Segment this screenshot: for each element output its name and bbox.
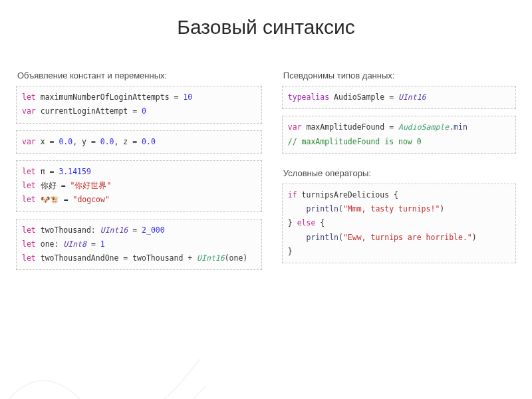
op: = (128, 225, 142, 235)
type: UInt8 (63, 239, 86, 249)
kw-var: var (22, 106, 36, 116)
string: "dogcow" (72, 195, 109, 204)
string: "Eww, turnips are horrible." (343, 233, 472, 242)
kw-let: let (22, 167, 36, 176)
code-box-conditionals: if turnipsAreDelicious { println("Mmm, t… (282, 184, 516, 263)
ident: 你好 = (36, 181, 70, 190)
fn: println (307, 204, 338, 213)
member: .min (449, 122, 467, 132)
fn: println (307, 233, 338, 242)
code-box-typealias-2: var maxAmplitudeFound = AudioSample.min … (282, 116, 516, 154)
content-columns: Объявление констант и переменных: let ma… (0, 68, 532, 277)
paren: ( (338, 233, 343, 242)
ident: maxAmplitudeFound = (302, 122, 398, 132)
ident: currentLoginAttempt (41, 106, 128, 116)
paren: ) (440, 204, 444, 213)
string: "Mmm, tasty turnips!" (343, 204, 440, 213)
op: = (170, 92, 184, 102)
heading-conditionals: Условные операторы: (283, 168, 516, 178)
column-left: Объявление констант и переменных: let ma… (16, 68, 262, 277)
code-box-declarations-3: let π = 3.14159 let 你好 = "你好世界" let 🐶🐮 =… (16, 160, 262, 212)
ident: 🐶🐮 = (36, 195, 73, 204)
ident: one: (36, 239, 64, 249)
type: UInt16 (100, 225, 128, 235)
number: 0.0 (59, 137, 72, 146)
call: (one) (225, 253, 248, 263)
kw-var: var (22, 137, 36, 146)
number: 0 (142, 106, 146, 116)
brace: } (288, 218, 297, 227)
kw-let: let (22, 195, 36, 204)
code-box-declarations-2: var x = 0.0, y = 0.0, z = 0.0 (16, 130, 262, 154)
code-box-declarations-4: let twoThousand: UInt16 = 2_000 let one:… (16, 219, 262, 271)
heading-declarations: Объявление констант и переменных: (17, 70, 262, 80)
kw-typealias: typealias (288, 92, 329, 102)
number: 0.0 (142, 137, 156, 146)
ident: twoThousand: (36, 225, 100, 235)
background-flourish (0, 279, 213, 399)
op: = (128, 106, 142, 116)
ident: maximumNumberOfLoginAttempts (41, 92, 170, 102)
ident: π = (36, 167, 59, 176)
ident: twoThousandAndOne = twoThousand + (36, 253, 197, 263)
number: 10 (183, 92, 192, 102)
type: AudioSample (398, 122, 449, 132)
column-right: Псевдонимы типов данных: typealias Audio… (282, 68, 516, 277)
kw-let: let (22, 253, 36, 263)
ident: , y = (72, 137, 100, 146)
kw-else: else (297, 218, 316, 227)
kw-if: if (288, 190, 297, 200)
paren: ( (338, 204, 343, 213)
code-box-declarations-1: let maximumNumberOfLoginAttempts = 10 va… (16, 86, 262, 124)
type: UInt16 (398, 92, 426, 102)
paren: ) (472, 233, 477, 242)
op: = (86, 239, 100, 249)
brace: { (315, 218, 325, 227)
ident: x = (36, 137, 59, 146)
kw-let: let (22, 239, 36, 249)
number: 1 (100, 239, 105, 249)
page-title: Базовый синтаксис (0, 16, 532, 39)
kw-var: var (288, 122, 302, 132)
string: "你好世界" (70, 181, 111, 190)
title-area: Базовый синтаксис (0, 0, 532, 68)
cond: turnipsAreDelicious { (297, 190, 398, 200)
heading-typealias: Псевдонимы типов данных: (283, 70, 516, 80)
number: 2_000 (142, 225, 165, 235)
kw-let: let (22, 181, 36, 190)
indent (288, 233, 307, 242)
type: UInt16 (197, 253, 225, 263)
ident: , z = (114, 137, 142, 146)
code-box-typealias-1: typealias AudioSample = UInt16 (282, 86, 516, 109)
ident: AudioSample = (329, 92, 398, 102)
kw-let: let (22, 225, 36, 235)
number: 3.14159 (59, 167, 90, 176)
number: 0.0 (100, 137, 114, 146)
brace: } (288, 247, 293, 256)
comment: // maxAmplitudeFound is now 0 (288, 137, 422, 146)
indent (288, 204, 307, 213)
kw-let: let (22, 92, 36, 102)
